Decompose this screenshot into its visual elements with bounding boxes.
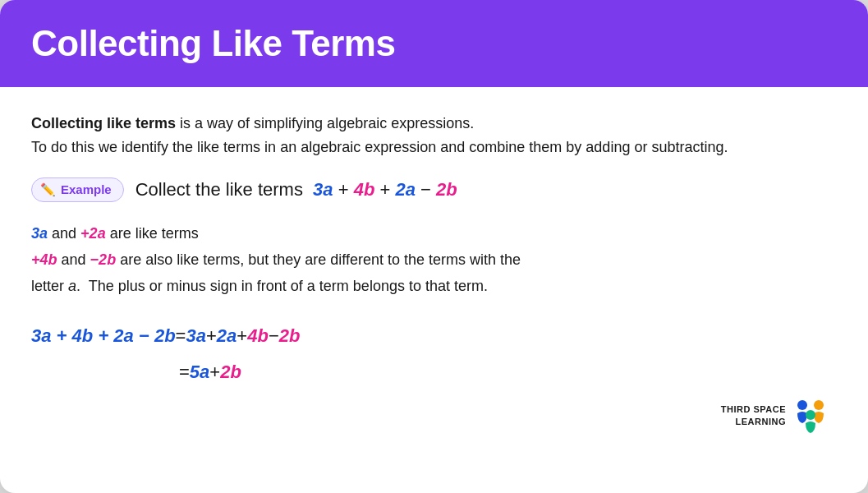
example-plus1: + <box>333 179 354 200</box>
example-plus2: + <box>374 179 395 200</box>
logo-section: THIRD SPACE LEARNING <box>31 399 837 433</box>
formula-rhs1-2a: 2a <box>217 318 237 354</box>
pencil-icon: ✏️ <box>40 182 56 197</box>
formula-plus3: + <box>209 354 220 390</box>
also-like-terms-text: are also like terms, but they are differ… <box>120 251 521 268</box>
tsl-logo-icon <box>794 399 837 433</box>
logo-line1: THIRD SPACE <box>721 403 786 415</box>
logo-text: THIRD SPACE LEARNING <box>721 403 786 427</box>
example-box: ✏️ Example Collect the like terms 3a + 4… <box>31 177 837 202</box>
logo-line2: LEARNING <box>721 416 786 427</box>
svg-point-2 <box>806 410 815 420</box>
intro-rest: is a way of simplifying algebraic expres… <box>176 115 474 131</box>
formula-rhs2-2b: 2b <box>220 354 241 390</box>
example-2b: 2b <box>436 179 457 200</box>
formula-plus1: + <box>206 318 217 354</box>
intro-paragraph: Collecting like terms is a way of simpli… <box>31 112 837 159</box>
like-terms-line2: +4b and −2b are also like terms, but the… <box>31 246 837 273</box>
term-plus2a: +2a <box>80 225 106 242</box>
formula-section: 3a + 4b + 2a − 2b = 3a + 2a + 4b − 2b = … <box>31 318 837 390</box>
like-terms-line1: 3a and +2a are like terms <box>31 220 837 246</box>
content-area: Collecting like terms is a way of simpli… <box>0 87 868 453</box>
term-plus4b: +4b <box>31 251 57 268</box>
example-badge-label: Example <box>61 182 112 196</box>
like-terms-section: 3a and +2a are like terms +4b and −2b ar… <box>31 220 837 300</box>
are-like-terms: are like terms <box>110 225 199 242</box>
formula-line1: 3a + 4b + 2a − 2b = 3a + 2a + 4b − 2b <box>31 318 837 354</box>
example-prefix: Collect the like terms <box>135 179 313 200</box>
and-text1: and <box>52 225 80 242</box>
formula-line2: = 5a + 2b <box>31 354 837 390</box>
page-title: Collecting Like Terms <box>31 23 837 64</box>
term-minus2b: −2b <box>90 251 117 268</box>
term-3a: 3a <box>31 225 48 242</box>
formula-equals2: = <box>179 354 190 390</box>
formula-rhs1-3a: 3a <box>186 318 206 354</box>
and-text2: and <box>62 251 90 268</box>
formula-rhs1-4b: 4b <box>247 318 269 354</box>
intro-bold: Collecting like terms <box>31 115 176 131</box>
example-minus: − <box>416 179 436 200</box>
svg-point-1 <box>814 400 824 410</box>
letter-prefix: letter <box>31 278 68 294</box>
intro-line2: To do this we identify the like terms in… <box>31 139 728 155</box>
formula-minus1: − <box>269 318 279 354</box>
letter-a: a <box>68 278 76 294</box>
like-terms-line3: letter a. The plus or minus sign in fron… <box>31 273 837 299</box>
header: Collecting Like Terms <box>0 0 868 87</box>
letter-suffix: . The plus or minus sign in front of a t… <box>76 278 488 294</box>
example-2a: 2a <box>395 179 416 200</box>
example-4b: 4b <box>354 179 375 200</box>
example-3a: 3a <box>313 179 333 200</box>
example-math: Collect the like terms 3a + 4b + 2a − 2b <box>135 179 457 200</box>
formula-rhs2-5a: 5a <box>190 354 210 390</box>
formula-plus2: + <box>237 318 247 354</box>
formula-rhs1-2b: 2b <box>279 318 301 354</box>
card: Collecting Like Terms Collecting like te… <box>0 0 868 493</box>
example-badge: ✏️ Example <box>31 177 124 202</box>
svg-point-0 <box>797 400 807 410</box>
formula-equals1: = <box>176 318 186 354</box>
formula-lhs: 3a + 4b + 2a − 2b <box>31 318 176 354</box>
